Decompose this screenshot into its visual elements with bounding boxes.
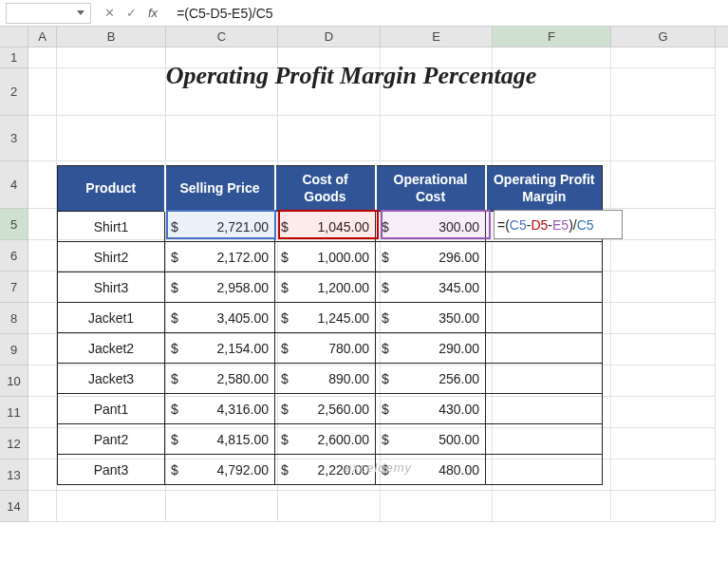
cell-cost[interactable]: $1,245.00	[275, 303, 376, 333]
cell-opcost[interactable]: $300.00	[376, 212, 486, 242]
row-header-13[interactable]: 13	[0, 459, 28, 491]
cell-margin[interactable]	[486, 424, 603, 455]
cell-opcost[interactable]: $430.00	[376, 394, 486, 424]
cell-margin[interactable]	[486, 272, 603, 303]
cell-cost[interactable]: $1,200.00	[275, 272, 376, 303]
cell-selling[interactable]: $4,792.00	[165, 455, 275, 485]
row-header-11[interactable]: 11	[0, 397, 28, 428]
token-c5b: C5	[577, 217, 594, 233]
row-header-1[interactable]: 1	[0, 47, 28, 68]
table-row: Shirt2$2,172.00$1,000.00$296.00	[58, 242, 603, 272]
cell-cost[interactable]: $780.00	[275, 333, 376, 364]
cell-opcost[interactable]: $500.00	[376, 424, 486, 455]
cell-selling[interactable]: $3,405.00	[165, 303, 275, 333]
col-header-a[interactable]: A	[28, 27, 57, 47]
cell-margin[interactable]	[486, 333, 603, 364]
header-op-margin: Operating Profit Margin	[486, 166, 603, 212]
table-row: Jacket3$2,580.00$890.00$256.00	[58, 364, 603, 394]
header-selling: Selling Price	[165, 166, 275, 212]
cell-cost[interactable]: $2,600.00	[275, 424, 376, 455]
formula-input[interactable]: =(C5-D5-E5)/C5	[171, 4, 728, 23]
table-row: Pant3$4,792.00$2,220.00$480.00	[58, 455, 603, 485]
cell-product[interactable]: Pant1	[58, 394, 165, 424]
table-row: Jacket2$2,154.00$780.00$290.00	[58, 333, 603, 364]
row-header-7[interactable]: 7	[0, 272, 28, 303]
cell-selling[interactable]: $2,721.00	[165, 212, 275, 242]
cell-opcost[interactable]: $345.00	[376, 272, 486, 303]
cell-selling[interactable]: $4,316.00	[165, 394, 275, 424]
col-header-c[interactable]: C	[166, 27, 278, 47]
cell-cost[interactable]: $1,000.00	[275, 242, 376, 272]
cell-opcost[interactable]: $290.00	[376, 333, 486, 364]
header-op-cost: Operational Cost	[376, 166, 486, 212]
token-c5: C5	[510, 217, 527, 233]
token-d5: D5	[531, 217, 548, 233]
cell-selling[interactable]: $2,580.00	[165, 364, 275, 394]
row-header-4[interactable]: 4	[0, 161, 28, 209]
row-header-9[interactable]: 9	[0, 334, 28, 365]
spreadsheet-grid: A B C D E F G 1 2 3 4 5 6 7 8 9 10 11 12…	[0, 27, 728, 522]
table-row: Shirt3$2,958.00$1,200.00$345.00	[58, 272, 603, 303]
cell-opcost[interactable]: $480.00	[376, 455, 486, 485]
cell-margin[interactable]	[486, 364, 603, 394]
table-row: Pant2$4,815.00$2,600.00$500.00	[58, 424, 603, 455]
cell-product[interactable]: Pant2	[58, 424, 165, 455]
select-all-corner[interactable]	[0, 27, 28, 47]
cell-selling[interactable]: $4,815.00	[165, 424, 275, 455]
col-header-g[interactable]: G	[611, 27, 716, 47]
row-header-14[interactable]: 14	[0, 491, 28, 522]
row-headers: 1 2 3 4 5 6 7 8 9 10 11 12 13 14	[0, 47, 28, 522]
cell-product[interactable]: Shirt3	[58, 272, 165, 303]
confirm-icon[interactable]: ✓	[126, 6, 137, 20]
cell-opcost[interactable]: $350.00	[376, 303, 486, 333]
row-header-2[interactable]: 2	[0, 68, 28, 116]
row-header-5[interactable]: 5	[0, 209, 28, 240]
col-header-d[interactable]: D	[278, 27, 381, 47]
cell-product[interactable]: Shirt1	[58, 212, 165, 242]
col-header-f[interactable]: F	[493, 27, 611, 47]
cell-margin[interactable]	[486, 242, 603, 272]
cell-product[interactable]: Shirt2	[58, 242, 165, 272]
col-header-e[interactable]: E	[381, 27, 493, 47]
token-e5: E5	[552, 217, 569, 233]
cell-margin[interactable]	[486, 303, 603, 333]
cell-product[interactable]: Jacket2	[58, 333, 165, 364]
cell-selling[interactable]: $2,958.00	[165, 272, 275, 303]
cell-cost[interactable]: $890.00	[275, 364, 376, 394]
row-header-12[interactable]: 12	[0, 428, 28, 459]
header-product: Product	[58, 166, 165, 212]
formula-bar-icons: ✕ ✓ fx	[91, 6, 171, 20]
cell-margin[interactable]	[486, 394, 603, 424]
cell-margin[interactable]	[486, 455, 603, 485]
cell-product[interactable]: Pant3	[58, 455, 165, 485]
cell-product[interactable]: Jacket3	[58, 364, 165, 394]
token-eq: =	[497, 217, 505, 233]
cell-cost[interactable]: $2,560.00	[275, 394, 376, 424]
cancel-icon[interactable]: ✕	[104, 6, 115, 20]
col-header-b[interactable]: B	[57, 27, 166, 47]
table-row: Jacket1$3,405.00$1,245.00$350.00	[58, 303, 603, 333]
cell-product[interactable]: Jacket1	[58, 303, 165, 333]
cell-opcost[interactable]: $256.00	[376, 364, 486, 394]
cell-selling[interactable]: $2,172.00	[165, 242, 275, 272]
name-box[interactable]	[6, 3, 91, 24]
cell-selling[interactable]: $2,154.00	[165, 333, 275, 364]
editing-cell-f5[interactable]: =(C5-D5-E5)/C5	[494, 210, 623, 239]
fx-icon[interactable]: fx	[148, 6, 158, 20]
cell-opcost[interactable]: $296.00	[376, 242, 486, 272]
row-header-10[interactable]: 10	[0, 365, 28, 397]
cells-area[interactable]: Operating Profit Margin Percentage Produ…	[28, 47, 728, 522]
table-row: Pant1$4,316.00$2,560.00$430.00	[58, 394, 603, 424]
row-header-8[interactable]: 8	[0, 303, 28, 334]
header-cost-goods: Cost of Goods	[275, 166, 376, 212]
cell-cost[interactable]: $2,220.00	[275, 455, 376, 485]
formula-bar: ✕ ✓ fx =(C5-D5-E5)/C5	[0, 0, 728, 27]
row-header-6[interactable]: 6	[0, 240, 28, 272]
cell-cost[interactable]: $1,045.00	[275, 212, 376, 242]
column-headers: A B C D E F G	[0, 27, 728, 47]
row-header-3[interactable]: 3	[0, 116, 28, 161]
